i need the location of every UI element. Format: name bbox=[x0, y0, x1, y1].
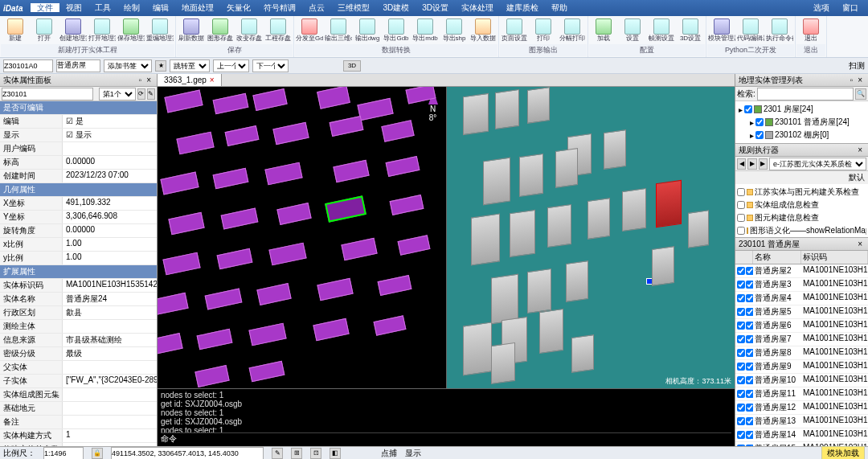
building-2d[interactable] bbox=[164, 90, 203, 113]
building-2d[interactable] bbox=[330, 116, 364, 137]
building-3d[interactable] bbox=[688, 210, 709, 248]
ribbon-刷新数据[interactable]: 刷新数据 bbox=[177, 17, 206, 44]
rule-item[interactable]: 图形语义化——showRelationMap... bbox=[737, 224, 866, 237]
bookmark-add-icon[interactable]: ★ bbox=[155, 60, 166, 72]
building-2d[interactable] bbox=[381, 120, 414, 141]
building-3d[interactable] bbox=[566, 260, 588, 302]
building-3d[interactable] bbox=[463, 322, 492, 375]
scale-input[interactable] bbox=[43, 447, 84, 460]
building-3d[interactable] bbox=[652, 246, 674, 286]
prop-row[interactable]: 编辑☑ 是 bbox=[0, 115, 157, 129]
building-3d[interactable] bbox=[527, 87, 550, 124]
building-2d[interactable] bbox=[390, 195, 424, 215]
ribbon-创建地理实体工程[interactable]: 创建地理实体工程 bbox=[59, 17, 88, 44]
prop-refresh-icon[interactable]: ⟳ bbox=[137, 88, 145, 100]
prop-row[interactable]: 标高0.00000 bbox=[0, 156, 157, 170]
building-2d[interactable] bbox=[217, 248, 253, 269]
entity-row[interactable]: 普通房屋9MA1001NE103H1535... bbox=[735, 360, 868, 374]
building-3d[interactable] bbox=[571, 334, 594, 373]
pin-icon[interactable]: ▫ bbox=[137, 76, 145, 84]
menu-10[interactable]: 3D建模 bbox=[376, 3, 416, 12]
menu-6[interactable]: 矢量化 bbox=[220, 3, 257, 12]
entity-row[interactable]: 普通房屋14MA1001NE103H1535... bbox=[735, 428, 868, 442]
ribbon-导入数据[interactable]: 导入数据 bbox=[469, 17, 497, 44]
prop-row[interactable]: 备注 bbox=[0, 416, 157, 429]
layer-tree[interactable]: ▸2301 房屋[24]▸230101 普通房屋[24]▸230102 棚房[0… bbox=[735, 101, 868, 143]
rules-prev-icon[interactable]: ◀ bbox=[737, 158, 746, 170]
building-2d[interactable] bbox=[162, 252, 200, 276]
building-3d[interactable] bbox=[510, 210, 535, 257]
ribbon-代码编辑器[interactable]: 代码编辑器 bbox=[736, 17, 765, 44]
menu-options[interactable]: 选项 bbox=[807, 2, 836, 14]
ribbon-保存地理实体工程[interactable]: 保存地理实体工程 bbox=[117, 17, 145, 44]
building-2d[interactable] bbox=[325, 195, 366, 222]
menu-14[interactable]: 帮助 bbox=[545, 3, 574, 12]
prop-layer-input[interactable] bbox=[2, 88, 93, 100]
prop-row[interactable]: 实体名称普通房屋24 bbox=[0, 293, 157, 306]
entity-row[interactable]: 普通房屋5MA1001NE103H1535... bbox=[735, 305, 868, 319]
prop-count-select[interactable]: 第1个 bbox=[99, 88, 136, 100]
menu-3[interactable]: 绘制 bbox=[117, 3, 146, 12]
entity-row[interactable]: 普通房屋10MA1001NE103H1535... bbox=[735, 374, 868, 387]
menu-13[interactable]: 建库质检 bbox=[500, 3, 545, 12]
prop-row[interactable]: 显示☑ 显示 bbox=[0, 129, 157, 142]
building-3d[interactable] bbox=[463, 93, 489, 135]
building-2d[interactable] bbox=[213, 168, 249, 189]
view-mode-toggle[interactable]: 3D bbox=[343, 60, 361, 72]
prop-row[interactable]: 信息来源市县级基础测绘 bbox=[0, 334, 157, 347]
status-icon[interactable]: ◧ bbox=[330, 448, 341, 459]
ribbon-新建[interactable]: 新建 bbox=[1, 17, 30, 44]
building-2d[interactable] bbox=[268, 243, 306, 266]
building-3d[interactable] bbox=[622, 188, 646, 232]
ribbon-输出dwg[interactable]: 输出dwg bbox=[353, 17, 382, 44]
building-3d[interactable] bbox=[555, 148, 578, 188]
entity-row[interactable]: 普通房屋6MA1001NE103H1535... bbox=[735, 319, 868, 333]
menu-0[interactable]: 文件 bbox=[31, 3, 59, 12]
entity-row[interactable]: 普通房屋11MA1001NE103H1535... bbox=[735, 387, 868, 401]
ribbon-导出mdb[interactable]: 导出mdb bbox=[411, 17, 440, 44]
ribbon-执行命令行[interactable]: 执行命令行 bbox=[765, 17, 794, 44]
command-input[interactable] bbox=[179, 434, 636, 443]
close-icon[interactable]: × bbox=[855, 145, 865, 154]
building-3d[interactable] bbox=[539, 309, 563, 354]
bookmark-select[interactable]: 添加书签 bbox=[104, 59, 152, 72]
building-2d[interactable] bbox=[398, 235, 431, 256]
tree-node[interactable]: ▸2301 房屋[24] bbox=[737, 103, 866, 116]
prop-row[interactable]: 密级分级最级 bbox=[0, 347, 157, 361]
rule-item[interactable]: 江苏实体与图元构建关系检查 bbox=[737, 186, 866, 199]
ribbon-导出Gdb[interactable]: 导出Gdb bbox=[382, 17, 411, 44]
ribbon-设置[interactable]: 设置 bbox=[618, 17, 647, 44]
building-2d[interactable] bbox=[160, 172, 199, 195]
tab-close-icon[interactable]: × bbox=[210, 76, 215, 84]
jump-select[interactable]: 跳转至 bbox=[170, 59, 210, 72]
building-2d[interactable] bbox=[317, 278, 353, 301]
prop-row[interactable]: 用户编码 bbox=[0, 142, 157, 156]
entity-list[interactable]: 名称标识码普通房屋2MA1001NE103H1535...普通房屋3MA1001… bbox=[735, 251, 868, 446]
tree-node[interactable]: ▸230101 普通房屋[24] bbox=[737, 116, 866, 129]
menu-11[interactable]: 3D设置 bbox=[416, 3, 455, 12]
building-2d[interactable] bbox=[374, 315, 407, 336]
prop-row[interactable]: 基础地元 bbox=[0, 402, 157, 416]
building-2d[interactable] bbox=[197, 329, 233, 350]
building-3d[interactable] bbox=[656, 180, 682, 227]
prop-row[interactable]: 实体组成图元集 bbox=[0, 388, 157, 402]
entity-row[interactable]: 普通房屋4MA1001NE103H1535... bbox=[735, 292, 868, 305]
close-icon[interactable]: × bbox=[144, 76, 154, 84]
pin-icon[interactable]: ▫ bbox=[848, 76, 856, 84]
document-tab[interactable]: 3363_1.gep× bbox=[158, 74, 222, 86]
ribbon-改变存盘[interactable]: 改变存盘 bbox=[235, 17, 264, 44]
entity-row[interactable]: 普通房屋8MA1001NE103H1535... bbox=[735, 346, 868, 360]
search-icon[interactable]: 🔍 bbox=[855, 88, 866, 100]
building-3d[interactable] bbox=[527, 268, 551, 314]
rules-next-icon[interactable]: ▶ bbox=[747, 158, 756, 170]
building-2d[interactable] bbox=[194, 365, 229, 387]
close-icon[interactable]: × bbox=[855, 76, 865, 84]
building-3d[interactable] bbox=[495, 89, 519, 129]
building-2d[interactable] bbox=[386, 156, 420, 177]
building-2d[interactable] bbox=[205, 289, 243, 310]
prev-select[interactable]: 上一个 bbox=[213, 59, 249, 72]
building-2d[interactable] bbox=[272, 122, 309, 145]
next-select[interactable]: 下一个 bbox=[252, 59, 289, 72]
building-2d[interactable] bbox=[248, 323, 286, 346]
building-2d[interactable] bbox=[313, 318, 349, 341]
